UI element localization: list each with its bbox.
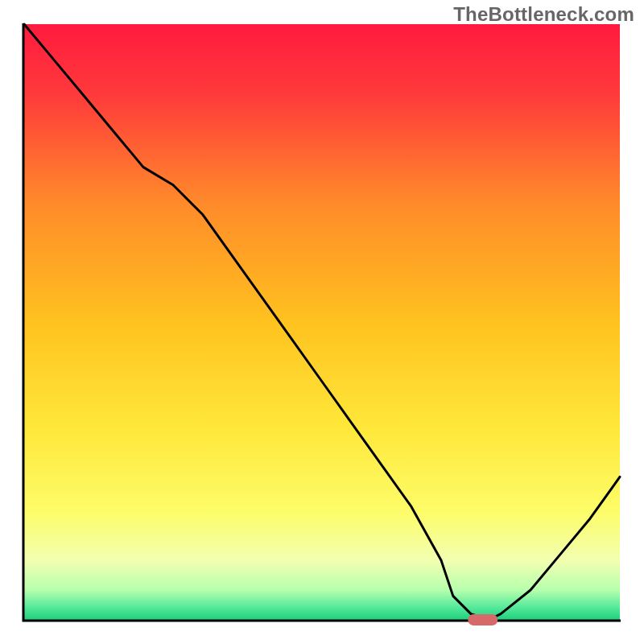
chart-background — [24, 24, 620, 620]
optimal-marker — [468, 614, 497, 625]
bottleneck-chart — [0, 0, 644, 644]
